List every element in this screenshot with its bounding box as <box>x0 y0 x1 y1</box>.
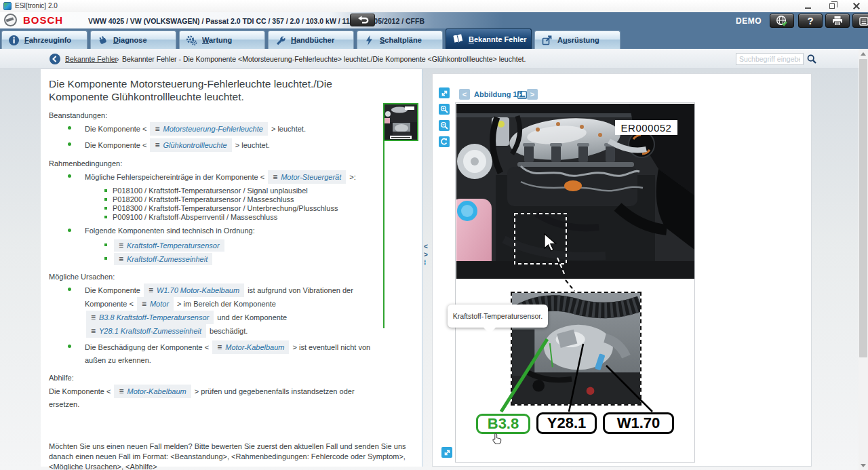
section-label: Mögliche Ursachen: <box>49 273 384 281</box>
scrollbar-thumb[interactable] <box>859 59 867 357</box>
figure-image-card[interactable]: ER000052 <box>455 102 695 463</box>
search-input[interactable] <box>736 53 804 65</box>
previous-figure-button[interactable]: < <box>459 89 470 100</box>
component-link[interactable]: ≡Motor-Kabelbaum <box>114 385 191 398</box>
scroll-up-button[interactable] <box>859 49 868 58</box>
language-button[interactable] <box>770 14 794 28</box>
vehicle-back-button[interactable] <box>350 14 375 26</box>
protocol-button[interactable] <box>852 14 868 28</box>
tab-diagnose[interactable]: Diagnose <box>90 31 176 49</box>
reset-view-button[interactable] <box>439 136 450 147</box>
content-line: P018300 / Kraftstoff-Temperatursensor / … <box>49 204 384 213</box>
splitter-dots-icon[interactable]: ⁞ <box>424 259 428 267</box>
breadcrumb-back-button[interactable] <box>50 54 60 64</box>
search-icon[interactable] <box>807 54 816 64</box>
component-link[interactable]: ≡B3.8 Kraftstoff-Temperatursensor <box>86 311 214 324</box>
thumbnail-engine-image <box>384 104 417 140</box>
tab-fahrzeuginfo[interactable]: Fahrzeuginfo <box>1 31 87 49</box>
zoom-out-icon <box>440 121 448 130</box>
content-line: Folgende Komponenten sind technisch in O… <box>49 224 384 237</box>
component-link[interactable]: ≡Motorsteuerung-Fehlerleuchte <box>150 122 267 136</box>
component-link[interactable]: ≡Kraftstoff-Zumesseinheit <box>114 253 212 265</box>
tab-wartung[interactable]: Wartung <box>179 31 265 49</box>
tab-bekannte-fehler[interactable]: Bekannte Fehler <box>446 28 532 49</box>
wrench-icon <box>275 35 286 46</box>
zoom-out-button[interactable] <box>439 120 450 131</box>
report-case-note: Möchten Sie uns einen neuen Fall melden?… <box>49 442 423 470</box>
undo-arrow-icon <box>356 16 370 25</box>
chevron-right-icon: > <box>530 90 534 98</box>
diagnostic-connector-icon <box>97 35 108 46</box>
expand-icon <box>441 90 448 97</box>
arrow-up-icon <box>861 52 866 56</box>
component-link-icon: ≡ <box>273 174 277 181</box>
breadcrumb-bar: Bekannte Fehler › Bekannter Fehler - Die… <box>0 49 868 69</box>
figure-panel: < Abbildung 1/1 > <box>432 73 812 467</box>
component-link-icon: ≡ <box>119 242 123 250</box>
content-line: Die Komponente < ≡Motorsteuerung-Fehlerl… <box>49 122 384 136</box>
close-icon <box>853 3 860 9</box>
section-label: Beanstandungen: <box>49 111 384 119</box>
content-area: Die Komponente Motorsteuerung-Fehlerleuc… <box>0 69 868 470</box>
list-add-icon <box>859 16 868 26</box>
fullscreen-button[interactable] <box>439 87 450 98</box>
breadcrumb-current: Bekannter Fehler - Die Komponente <Motor… <box>122 55 526 63</box>
figure-thumbnail[interactable] <box>383 103 418 141</box>
content-line: P009100 / Kraftstoff-Absperrventil / Mas… <box>49 213 384 222</box>
component-link-icon: ≡ <box>149 287 153 294</box>
help-button[interactable]: ? <box>798 14 823 28</box>
fullscreen-bottom-button[interactable] <box>441 447 452 458</box>
app-icon <box>3 2 12 10</box>
fault-description-blocks: Beanstandungen:Die Komponente < ≡Motorst… <box>49 111 384 410</box>
collapse-left-icon[interactable]: < <box>424 243 428 250</box>
component-link[interactable]: ≡W1.70 Motor-Kabelbaum <box>144 283 244 297</box>
tab-schaltplaene[interactable]: Schaltpläne <box>357 31 443 49</box>
component-link[interactable]: ≡Motor-Steuergerät <box>268 170 346 184</box>
expand-right-icon[interactable]: > <box>424 251 428 258</box>
content-line: Die Beschädigung der Komponente < ≡Motor… <box>49 340 384 366</box>
component-label-w1.70[interactable]: W1.70 <box>603 412 674 434</box>
content-line: Die Komponente ≡W1.70 Motor-Kabelbaum is… <box>49 283 384 338</box>
component-label-y28.1[interactable]: Y28.1 <box>536 412 597 434</box>
component-label-b3.8[interactable]: B3.8 <box>476 414 530 434</box>
restore-icon <box>829 3 835 9</box>
next-figure-button[interactable]: > <box>527 89 538 100</box>
close-button[interactable] <box>849 1 864 10</box>
component-link[interactable]: ≡Motor-Kabelbaum <box>212 340 289 354</box>
tab-handbuecher[interactable]: Handbücher <box>268 31 354 49</box>
component-link-icon: ≡ <box>155 125 159 133</box>
vertical-scrollbar <box>859 49 868 470</box>
component-link[interactable]: ≡Motor <box>137 297 174 311</box>
zoom-in-icon <box>440 105 448 113</box>
question-icon: ? <box>807 15 813 26</box>
scroll-down-button[interactable] <box>859 461 868 470</box>
component-link-icon: ≡ <box>119 388 123 395</box>
component-link-icon: ≡ <box>119 256 123 263</box>
content-line: Die Komponente < ≡Glühkontrollleuchte > … <box>49 138 384 152</box>
tab-ausruestung[interactable]: Ausrüstung <box>534 31 620 49</box>
component-link-icon: ≡ <box>155 142 159 149</box>
component-link[interactable]: ≡Kraftstoff-Temperatursensor <box>114 239 224 252</box>
external-link-icon <box>541 35 553 46</box>
component-link[interactable]: ≡Y28.1 Kraftstoff-Zumesseinheit <box>86 324 206 338</box>
breadcrumb-link[interactable]: Bekannte Fehler <box>65 55 117 63</box>
minimize-icon <box>805 7 811 9</box>
print-button[interactable] <box>825 14 850 28</box>
component-link[interactable]: ≡Glühkontrollleuchte <box>150 138 231 152</box>
fault-document-panel: Die Komponente Motorsteuerung-Fehlerleuc… <box>41 69 422 467</box>
printer-icon <box>831 16 844 26</box>
zoom-in-button[interactable] <box>439 104 450 115</box>
minimize-button[interactable] <box>800 1 815 10</box>
splitter-handle[interactable]: < > ⁞ <box>424 243 428 267</box>
expand-icon <box>443 449 451 456</box>
lightning-icon <box>363 35 375 46</box>
restore-button[interactable] <box>825 1 840 10</box>
content-line: ≡Kraftstoff-Zumesseinheit <box>49 253 384 265</box>
section-label: Abhilfe: <box>49 374 384 382</box>
content-line: P018100 / Kraftstoff-Temperatursensor / … <box>49 187 384 195</box>
component-link-icon: ≡ <box>91 328 96 335</box>
content-line: ≡Kraftstoff-Temperatursensor <box>49 239 384 252</box>
rotate-reset-icon <box>440 138 448 146</box>
bosch-logo-icon <box>4 14 17 26</box>
content-line: Die Komponente < ≡Motor-Kabelbaum > prüf… <box>49 385 384 410</box>
